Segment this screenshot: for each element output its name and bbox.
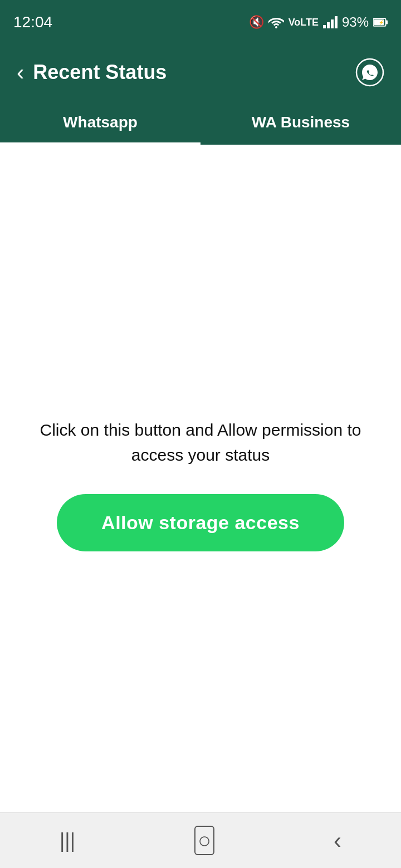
svg-rect-2 [331,19,334,28]
whatsapp-icon[interactable] [355,58,384,87]
nav-bar: ||| ○ ‹ [0,812,401,868]
allow-storage-access-button[interactable]: Allow storage access [57,494,344,551]
svg-rect-1 [327,22,330,28]
title-bar: ‹ Recent Status [0,45,401,100]
tab-bar: Whatsapp WA Business [0,100,401,145]
wifi-icon [268,16,284,28]
permission-text: Click on this button and Allow permissio… [22,417,379,467]
recent-apps-icon[interactable]: ||| [60,829,75,852]
mute-icon: 🔇 [249,15,264,29]
lte-icon: VoLTE [288,17,319,28]
svg-rect-6 [386,21,388,24]
signal-icon [323,16,338,28]
tab-wa-business[interactable]: WA Business [200,100,401,145]
battery-icon: ⚡ [373,16,388,28]
back-button[interactable]: ‹ [17,60,24,85]
page-title: Recent Status [33,61,355,84]
status-time: 12:04 [13,13,52,31]
status-bar: 12:04 🔇 VoLTE 93% ⚡ [0,0,401,45]
status-icons: 🔇 VoLTE 93% ⚡ [249,14,388,30]
home-icon[interactable]: ○ [194,826,214,855]
svg-rect-3 [335,16,338,28]
back-nav-icon[interactable]: ‹ [334,827,341,854]
tab-whatsapp[interactable]: Whatsapp [0,100,200,145]
main-content: Click on this button and Allow permissio… [0,145,401,823]
svg-text:⚡: ⚡ [379,19,384,25]
battery-text: 93% [342,14,369,30]
svg-rect-0 [323,25,326,28]
